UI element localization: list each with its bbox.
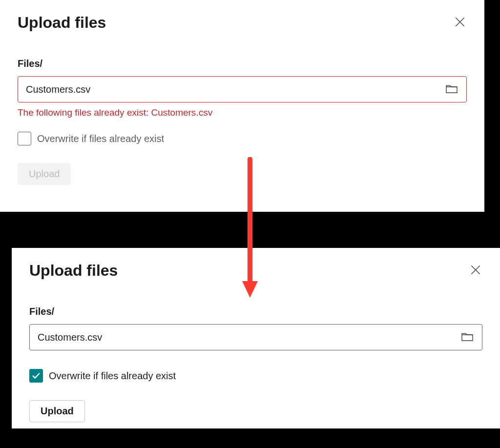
overwrite-checkbox[interactable]	[18, 132, 31, 145]
panel-header: Upload files	[29, 262, 482, 280]
panel-title: Upload files	[18, 14, 106, 32]
overwrite-checkbox-label: Overwrite if files already exist	[49, 370, 176, 382]
browse-folder-button[interactable]	[445, 83, 458, 96]
upload-files-panel-before: Upload files Files/ The following files …	[0, 0, 484, 212]
files-field-label: Files/	[18, 58, 467, 69]
files-field-label: Files/	[29, 306, 482, 317]
folder-icon	[461, 332, 473, 343]
overwrite-checkbox[interactable]	[29, 369, 43, 383]
overwrite-checkbox-row: Overwrite if files already exist	[29, 369, 482, 383]
upload-button[interactable]: Upload	[18, 163, 71, 185]
overwrite-checkbox-label: Overwrite if files already exist	[37, 133, 164, 144]
file-input-container	[29, 324, 482, 350]
panel-title: Upload files	[29, 262, 118, 280]
folder-icon	[446, 84, 458, 95]
close-icon	[471, 265, 480, 276]
overwrite-checkbox-row: Overwrite if files already exist	[18, 132, 467, 145]
upload-button[interactable]: Upload	[29, 400, 85, 422]
browse-folder-button[interactable]	[460, 331, 474, 344]
spacer	[29, 355, 482, 369]
close-button[interactable]	[453, 15, 467, 30]
error-message: The following files already exist: Custo…	[18, 107, 467, 118]
close-icon	[455, 17, 465, 28]
file-path-input[interactable]	[26, 84, 445, 95]
file-path-input[interactable]	[38, 332, 460, 343]
file-input-container	[18, 76, 467, 102]
panel-header: Upload files	[18, 14, 467, 32]
close-button[interactable]	[469, 263, 482, 278]
upload-files-panel-after: Upload files Files/	[12, 248, 500, 428]
